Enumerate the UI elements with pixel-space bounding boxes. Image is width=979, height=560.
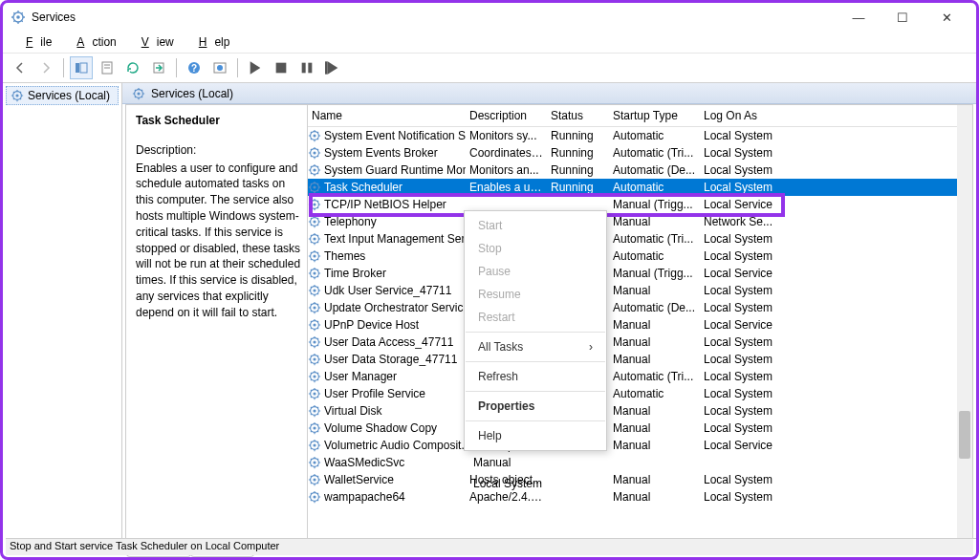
- service-name: User Manager: [324, 370, 397, 383]
- service-startup: Manual: [609, 486, 700, 506]
- service-name: Udk User Service_47711: [324, 284, 451, 297]
- properties-button[interactable]: [96, 56, 119, 79]
- ctx-resume[interactable]: Resume: [465, 283, 606, 306]
- menu-help[interactable]: Help: [184, 33, 238, 51]
- ctx-all-tasks[interactable]: All Tasks›: [465, 335, 606, 358]
- help-button[interactable]: ?: [183, 56, 206, 79]
- service-logon: Local Service: [700, 435, 779, 456]
- service-desc: Enables a us...: [466, 177, 547, 198]
- gear-icon: [308, 404, 321, 418]
- svg-rect-13: [302, 63, 306, 74]
- service-desc: [466, 201, 547, 208]
- service-name: Volumetric Audio Composit...: [324, 439, 466, 452]
- service-status: [547, 476, 609, 484]
- window-title: Services: [32, 11, 76, 24]
- svg-text:?: ?: [191, 63, 197, 74]
- service-name: Telephony: [324, 215, 377, 228]
- service-logon: Local System: [700, 486, 779, 506]
- service-name: Volume Shadow Copy: [324, 421, 437, 435]
- gear-icon: [308, 353, 321, 366]
- scroll-thumb[interactable]: [959, 411, 970, 459]
- detail-pane: Task Scheduler Description: Enables a us…: [126, 105, 308, 538]
- export-button[interactable]: [147, 56, 170, 79]
- list-header: Name Description Status Startup Type Log…: [308, 105, 972, 127]
- services-icon: [11, 10, 26, 25]
- toolbar: ?: [3, 53, 976, 83]
- gear-icon: [308, 301, 321, 314]
- forward-button[interactable]: [34, 56, 57, 79]
- ctx-refresh[interactable]: Refresh: [465, 365, 606, 388]
- svg-rect-12: [276, 63, 287, 74]
- detail-description-label: Description:: [136, 142, 301, 159]
- minimize-button[interactable]: —: [837, 4, 881, 31]
- service-name: WalletService: [324, 473, 394, 486]
- statusbar: Stop and Start service Task Scheduler on…: [6, 538, 973, 555]
- col-status[interactable]: Status: [547, 105, 609, 126]
- panel-header: Services (Local): [122, 83, 976, 104]
- help-button-2[interactable]: [208, 56, 231, 79]
- maximize-button[interactable]: ☐: [881, 4, 925, 31]
- titlebar: Services — ☐ ✕: [3, 3, 976, 32]
- service-name: Update Orchestrator Service: [324, 301, 466, 314]
- ctx-restart[interactable]: Restart: [465, 306, 606, 329]
- gear-icon: [308, 490, 321, 504]
- tree-root[interactable]: Services (Local): [6, 86, 119, 105]
- service-name: Themes: [324, 249, 365, 263]
- gear-icon: [308, 129, 321, 142]
- gear-icon: [308, 146, 321, 160]
- refresh-button[interactable]: [121, 56, 144, 79]
- service-name: User Data Storage_47711: [324, 353, 457, 366]
- svg-rect-3: [80, 63, 87, 73]
- svg-point-11: [217, 65, 223, 71]
- gear-icon: [308, 163, 321, 177]
- ctx-start[interactable]: Start: [465, 214, 606, 237]
- service-name: UPnP Device Host: [324, 318, 419, 332]
- tree-root-label: Services (Local): [28, 89, 110, 102]
- service-name: Virtual Disk: [324, 404, 381, 418]
- gear-icon: [11, 89, 24, 102]
- service-desc: Apache/2.4.5...: [466, 486, 547, 506]
- gear-icon: [308, 318, 321, 332]
- service-name: User Profile Service: [324, 387, 425, 400]
- ctx-pause[interactable]: Pause: [465, 260, 606, 283]
- gear-icon: [308, 387, 321, 400]
- close-button[interactable]: ✕: [925, 4, 968, 31]
- service-status: Running: [547, 177, 609, 198]
- service-name: wampapache64: [324, 490, 405, 504]
- scrollbar[interactable]: [957, 105, 972, 538]
- gear-icon: [132, 87, 145, 100]
- menu-file[interactable]: File: [11, 33, 59, 51]
- list-pane: Name Description Status Startup Type Log…: [308, 105, 972, 538]
- back-button[interactable]: [9, 56, 32, 79]
- menubar: File Action View Help: [3, 32, 976, 53]
- start-service-button[interactable]: [244, 56, 267, 79]
- gear-icon: [308, 370, 321, 383]
- service-name: System Guard Runtime Mon...: [324, 163, 466, 177]
- pause-service-button[interactable]: [295, 56, 318, 79]
- service-name: System Events Broker: [324, 146, 438, 160]
- ctx-properties[interactable]: Properties: [465, 395, 606, 418]
- service-name: TCP/IP NetBIOS Helper: [324, 198, 446, 211]
- tree-panel: Services (Local): [3, 83, 122, 539]
- panel-header-label: Services (Local): [151, 87, 233, 100]
- col-startup[interactable]: Startup Type: [609, 105, 700, 126]
- gear-icon: [308, 181, 321, 194]
- service-startup: Manual: [609, 435, 700, 456]
- stop-service-button[interactable]: [270, 56, 293, 79]
- menu-view[interactable]: View: [126, 33, 182, 51]
- restart-service-button[interactable]: [321, 56, 344, 79]
- gear-icon: [308, 249, 321, 263]
- show-hide-tree-button[interactable]: [70, 56, 93, 79]
- col-logon[interactable]: Log On As: [700, 105, 779, 126]
- col-name[interactable]: Name: [308, 105, 466, 126]
- ctx-help[interactable]: Help: [465, 424, 606, 447]
- menu-action[interactable]: Action: [61, 33, 123, 51]
- service-name: Task Scheduler: [324, 181, 402, 194]
- col-description[interactable]: Description: [466, 105, 547, 126]
- svg-rect-14: [308, 63, 312, 74]
- service-status: [547, 493, 609, 501]
- detail-description: Enables a user to configure and schedule…: [136, 161, 301, 321]
- service-row[interactable]: wampapache64Apache/2.4.5...ManualLocal S…: [308, 488, 972, 506]
- detail-service-name: Task Scheduler: [136, 113, 301, 129]
- ctx-stop[interactable]: Stop: [465, 237, 606, 260]
